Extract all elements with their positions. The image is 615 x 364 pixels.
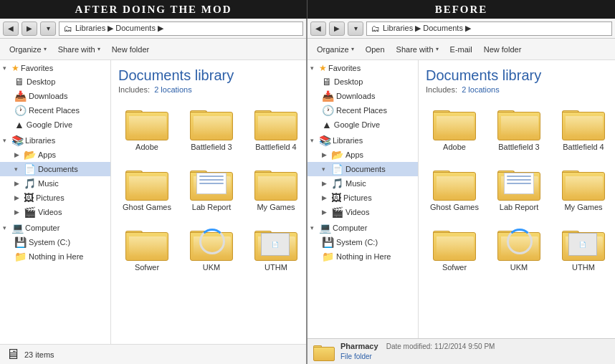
share-with-button-left[interactable]: Share with ▾: [53, 42, 105, 57]
sidebar-gdrive-left[interactable]: ▲ Google Drive: [0, 118, 110, 132]
nothing-icon-right: 📁: [322, 251, 334, 262]
file-label-sofwer-left: Sofwer: [135, 263, 159, 272]
expand-favorites-left: ▾: [3, 64, 10, 72]
sidebar-favorites-left[interactable]: ▾ ★ Favorites: [0, 62, 110, 75]
sidebar-favorites-right[interactable]: ▾ ★ Favorites: [308, 62, 418, 75]
music-icon-left: 🎵: [24, 178, 36, 189]
forward-button-right[interactable]: ▶: [329, 21, 345, 36]
sidebar-libraries-right[interactable]: ▾ 📚 Libraries: [308, 133, 418, 148]
sidebar-computer-right[interactable]: ▾ 💻 Computer: [308, 221, 418, 235]
organize-button-right[interactable]: Organize ▾: [312, 42, 359, 57]
file-bf3-left[interactable]: Battlefield 3: [183, 101, 240, 155]
file-bf4-left[interactable]: Battlefield 4: [247, 101, 305, 155]
library-subtitle-left: Includes: 2 locations: [118, 85, 299, 94]
open-button-right[interactable]: Open: [361, 42, 390, 57]
file-uthm-left[interactable]: 📄 UTHM: [247, 221, 305, 276]
folder-shine: [129, 116, 166, 136]
new-folder-button-left[interactable]: New folder: [107, 42, 155, 57]
locations-link-left[interactable]: 2 locations: [154, 85, 192, 94]
fbody-uthm-r: 📄: [562, 232, 605, 261]
flabel-lab-r: Lab Report: [500, 203, 538, 212]
sidebar-recent-right[interactable]: 🕐 Recent Places: [308, 103, 418, 118]
email-label-right: E-mail: [450, 45, 472, 54]
sysc-label-left: System (C:): [29, 238, 70, 246]
content-left: Documents library Includes: 2 locations: [111, 60, 306, 344]
sidebar-videos-left[interactable]: ▶ 🎬 Videos: [0, 205, 110, 219]
nothing-icon-left: 📁: [14, 251, 27, 262]
flabel-uthm-r: UTHM: [572, 263, 595, 272]
sidebar-documents-right[interactable]: ▾ 📄 Documents: [308, 162, 418, 176]
file-mygames-right[interactable]: My Games: [555, 161, 612, 216]
downloads-label-left: Downloads: [29, 92, 67, 100]
forward-button-left[interactable]: ▶: [22, 21, 37, 36]
expand-music-right: ▶: [322, 180, 329, 187]
email-button-right[interactable]: E-mail: [445, 42, 477, 57]
share-arrow-left: ▾: [97, 46, 100, 52]
file-label-uthm-left: UTHM: [264, 263, 287, 272]
new-folder-button-right[interactable]: New folder: [479, 42, 527, 57]
file-adobe-left[interactable]: Adobe: [118, 101, 176, 155]
music-label-left: Music: [38, 179, 59, 188]
sidebar-libraries-left[interactable]: ▾ 📚 Libraries: [0, 133, 110, 148]
path-icon-left: 🗂: [64, 24, 72, 34]
downloads-icon-left: 📥: [14, 90, 27, 102]
sidebar-downloads-right[interactable]: 📥 Downloads: [308, 89, 418, 103]
sidebar-sysc-left[interactable]: 💾 System (C:): [0, 235, 110, 249]
desktop-label-right: Desktop: [334, 77, 363, 86]
file-uthm-right[interactable]: 📄 UTHM: [555, 221, 612, 276]
file-ukm-right[interactable]: UKM: [490, 221, 548, 276]
address-path-left[interactable]: 🗂 Libraries ▶ Documents ▶: [59, 21, 303, 36]
file-ghost-right[interactable]: Ghost Games: [426, 161, 483, 216]
file-ghost-left[interactable]: Ghost Games: [118, 161, 176, 216]
path-text-right: Libraries ▶ Documents ▶: [383, 24, 471, 33]
fbody-ukm-r: [497, 232, 540, 261]
dropdown-button-left[interactable]: ▾: [40, 21, 56, 36]
sidebar-desktop-left[interactable]: 🖥 Desktop: [0, 75, 110, 89]
folder-ukm-left: [190, 225, 233, 261]
status-bar-left: 🖥 23 items: [0, 344, 306, 364]
back-button-right[interactable]: ◀: [310, 21, 326, 36]
sidebar-desktop-right[interactable]: 🖥 Desktop: [308, 75, 418, 89]
file-sofwer-right[interactable]: Sofwer: [426, 221, 483, 276]
sidebar-nothing-left[interactable]: 📁 Nothing in Here: [0, 249, 110, 264]
file-mygames-left[interactable]: My Games: [247, 161, 305, 216]
organize-button-left[interactable]: Organize ▾: [4, 42, 52, 57]
favorites-group-left: ▾ ★ Favorites 🖥 Desktop 📥 Downloads 🕐: [0, 62, 110, 132]
back-button-left[interactable]: ◀: [3, 21, 19, 36]
sidebar-recent-left[interactable]: 🕐 Recent Places: [0, 103, 110, 118]
sidebar-gdrive-right[interactable]: ▲ Google Drive: [308, 118, 418, 132]
path-text-left: Libraries ▶ Documents ▶: [75, 24, 163, 33]
sidebar-nothing-right[interactable]: 📁 Nothing in Here: [308, 249, 418, 264]
file-label-mygames-left: My Games: [257, 203, 295, 212]
file-label-bf3-left: Battlefield 3: [191, 143, 232, 152]
address-path-right[interactable]: 🗂 Libraries ▶ Documents ▶: [366, 21, 612, 36]
videos-icon-left: 🎬: [24, 206, 36, 218]
file-lab-left[interactable]: Lab Report: [183, 161, 240, 216]
sidebar-sysc-right[interactable]: 💾 System (C:): [308, 235, 418, 249]
sidebar-music-right[interactable]: ▶ 🎵 Music: [308, 176, 418, 191]
sidebar-computer-left[interactable]: ▾ 💻 Computer: [0, 221, 110, 235]
dropdown-button-right[interactable]: ▾: [348, 21, 363, 36]
file-lab-right[interactable]: Lab Report: [490, 161, 548, 216]
sidebar-videos-right[interactable]: ▶ 🎬 Videos: [308, 205, 418, 219]
file-bf4-right[interactable]: Battlefield 4: [555, 101, 612, 155]
file-bf3-right[interactable]: Battlefield 3: [490, 101, 548, 155]
file-sofwer-left[interactable]: Sofwer: [118, 221, 176, 276]
sidebar-downloads-left[interactable]: 📥 Downloads: [0, 89, 110, 103]
locations-link-right[interactable]: 2 locations: [462, 85, 500, 94]
file-ukm-left[interactable]: UKM: [183, 221, 240, 276]
folder-body-uthm: 📄: [254, 232, 297, 261]
videos-label-left: Videos: [38, 208, 62, 216]
file-adobe-right[interactable]: Adobe: [426, 101, 483, 155]
folder-ghost-left: [125, 165, 168, 201]
sidebar-pictures-right[interactable]: ▶ 🖼 Pictures: [308, 191, 418, 205]
info-folder-body: [313, 347, 335, 361]
share-button-right[interactable]: Share with ▾: [391, 42, 444, 57]
sidebar-documents-left[interactable]: ▾ 📄 Documents: [0, 162, 110, 176]
sidebar-pictures-left[interactable]: ▶ 🖼 Pictures: [0, 191, 110, 205]
new-folder-label-right: New folder: [484, 45, 522, 54]
sidebar-apps-right[interactable]: ▶ 📂 Apps: [308, 148, 418, 162]
title-bar: AFTER DOING THE MOD BEFORE: [0, 0, 615, 19]
sidebar-music-left[interactable]: ▶ 🎵 Music: [0, 176, 110, 191]
sidebar-apps-left[interactable]: ▶ 📂 Apps: [0, 148, 110, 162]
